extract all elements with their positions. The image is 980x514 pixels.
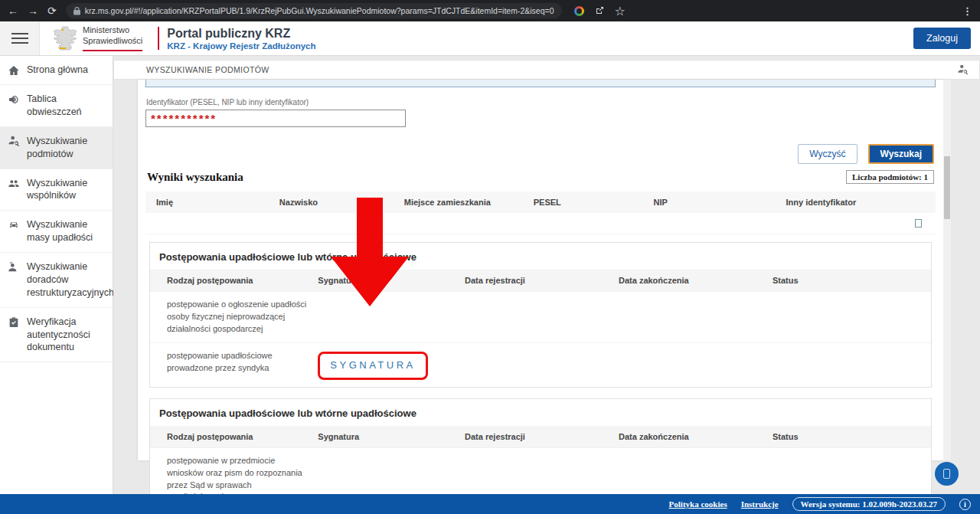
refresh-icon[interactable]: ⟳ [47,5,57,16]
proceedings-card-1: Postępowania upadłościowe lub wtórne upa… [149,242,932,388]
scrollbar-thumb[interactable] [944,156,950,219]
column-nip: NIP [653,198,786,207]
page-title: WYSZUKIWANIE PODMIOTÓW [146,65,270,74]
header-spacer [316,21,913,55]
translate-extension-icon[interactable] [574,6,584,16]
menu-toggle-button[interactable] [0,21,40,55]
lock-icon [74,7,80,15]
cell-status [773,448,931,494]
clear-button[interactable]: Wyczyść [798,144,857,164]
column-data-zakonczenia: Data zakończenia [619,270,773,291]
car-icon [8,219,20,231]
search-button[interactable]: Wyszukaj [868,144,934,164]
sidebar-item-label: Wyszukiwanie doradców restrukturyzacyjny… [27,260,114,300]
address-bar[interactable]: krz.ms.gov.pl/#!/application/KRZPortalPU… [66,3,562,18]
person-add-icon [8,261,20,273]
sidebar: Strona główna Tablica obwieszczeń Wyszuk… [0,56,113,494]
expand-row-icon[interactable] [915,219,922,228]
column-sygnatura: Sygnatura [318,270,465,291]
group-icon [8,178,20,190]
column-pesel: PESEL [534,198,654,207]
name-search-input-cutoff[interactable] [145,80,936,87]
results-table-header: Imię Nazwisko Miejsce zamieszkania PESEL… [145,192,936,213]
browser-menu-icon[interactable]: ⋮ [962,5,972,17]
cell-rodzaj: postępowanie upadłościowe prowadzone prz… [150,343,318,387]
column-nazwisko: Nazwisko [279,198,404,207]
cell-data-zakonczenia [619,343,773,387]
cell-sygnatura [318,292,465,342]
column-rodzaj: Rodzaj postępowania [150,270,318,291]
column-miejsce-zamieszkania: Miejsce zamieszkania [404,198,534,207]
sidebar-item-label: Strona główna [27,64,88,77]
back-icon[interactable]: ← [8,5,18,16]
sidebar-item-wyszukiwanie-doradcow[interactable]: Wyszukiwanie doradców restrukturyzacyjny… [0,253,113,308]
column-status: Status [773,426,931,447]
eagle-emblem-icon [49,25,77,52]
result-row[interactable] [145,213,936,234]
main-content: WYSZUKIWANIE PODMIOTÓW Identyfikator (PE… [113,56,980,494]
identifier-label: Identyfikator (PESEL, NIP lub inny ident… [146,98,936,106]
column-sygnatura: Sygnatura [318,426,465,447]
cell-data-zakonczenia [619,448,773,494]
portal-subtitle: KRZ - Krajowy Rejestr Zadłużonych [167,41,315,51]
sidebar-item-label: Wyszukiwanie podmiotów [27,135,106,161]
cell-sygnatura [318,448,465,494]
column-data-zakonczenia: Data zakończenia [619,426,773,447]
column-rodzaj: Rodzaj postępowania [150,426,318,447]
hamburger-icon [11,30,28,47]
content-scrollbar[interactable] [943,80,951,460]
identifier-input[interactable] [145,110,406,127]
section-heading: Postępowania upadłościowe lub wtórne upa… [150,243,931,270]
search-actions: Wyczyść Wyszukaj [145,144,934,164]
ministry-logo: Ministerstwo Sprawiedliwości [40,21,150,55]
sidebar-item-wyszukiwanie-podmiotow[interactable]: Wyszukiwanie podmiotów [0,127,113,169]
portal-title: Portal publiczny KRZ [167,27,315,41]
page-title-bar: WYSZUKIWANIE PODMIOTÓW [113,60,980,80]
browser-actions: ☆ [574,4,626,18]
device-icon [943,469,950,479]
home-icon [8,64,20,77]
column-data-rejestracji: Data rejestracji [465,270,619,291]
app-header: Ministerstwo Sprawiedliwości Portal publ… [0,21,980,56]
section-heading: Postępowania upadłościowe lub wtórne upa… [150,399,931,426]
sidebar-item-strona-glowna[interactable]: Strona główna [0,56,113,85]
results-header-row: Wyniki wyszukania Liczba podmiotów: 1 [147,170,934,184]
column-inny-identyfikator: Inny identyfikator [786,198,936,207]
signature-link-highlighted[interactable]: SYGNATURA [318,352,427,380]
footer: Polityka cookies Instrukcje Wersja syste… [0,494,980,514]
share-icon[interactable] [595,6,604,15]
floating-action-button[interactable] [935,462,959,486]
sidebar-item-wyszukiwanie-wspolnikow[interactable]: Wyszukiwanie wspólników [0,169,113,211]
search-panel: Identyfikator (PESEL, NIP lub inny ident… [138,80,943,460]
cell-sygnatura: SYGNATURA [318,343,465,387]
table-row: postępowanie w przedmiocie wniosków oraz… [150,447,931,494]
cell-data-rejestracji [465,448,619,494]
person-search-icon [8,136,20,148]
login-button[interactable]: Zaloguj [913,28,971,49]
results-heading: Wyniki wyszukania [147,171,243,184]
column-data-rejestracji: Data rejestracji [465,426,619,447]
sidebar-item-tablica-obwieszczen[interactable]: Tablica obwieszczeń [0,85,113,127]
sidebar-item-label: Tablica obwieszczeń [27,93,106,119]
cell-data-zakonczenia [619,292,773,342]
instructions-link[interactable]: Instrukcje [741,499,779,509]
ministry-name: Ministerstwo Sprawiedliwości [83,25,142,51]
sidebar-item-weryfikacja-dokumentu[interactable]: Weryfikacja autentyczności dokumentu [0,308,113,363]
info-icon[interactable]: i [959,499,971,510]
cell-rodzaj: postępowanie o ogłoszenie upadłości osob… [150,292,318,342]
person-search-icon [957,64,969,76]
sidebar-item-label: Wyszukiwanie wspólników [27,177,106,203]
header-divider [158,27,159,50]
forward-icon[interactable]: → [28,5,38,16]
sidebar-item-wyszukiwanie-masy-upadlosci[interactable]: Wyszukiwanie masy upadłości [0,211,113,253]
column-status: Status [773,270,931,291]
table-row: postępowanie upadłościowe prowadzone prz… [150,342,931,387]
browser-chrome: ← → ⟳ krz.ms.gov.pl/#!/application/KRZPo… [0,0,980,21]
cell-status [773,292,931,342]
bookmark-star-icon[interactable]: ☆ [615,4,626,18]
cell-data-rejestracji [465,343,619,387]
cell-status [773,343,931,387]
cookies-policy-link[interactable]: Polityka cookies [669,499,727,509]
case-table-header: Rodzaj postępowania Sygnatura Data rejes… [150,270,931,291]
url-text: krz.ms.gov.pl/#!/application/KRZPortalPU… [85,6,554,15]
